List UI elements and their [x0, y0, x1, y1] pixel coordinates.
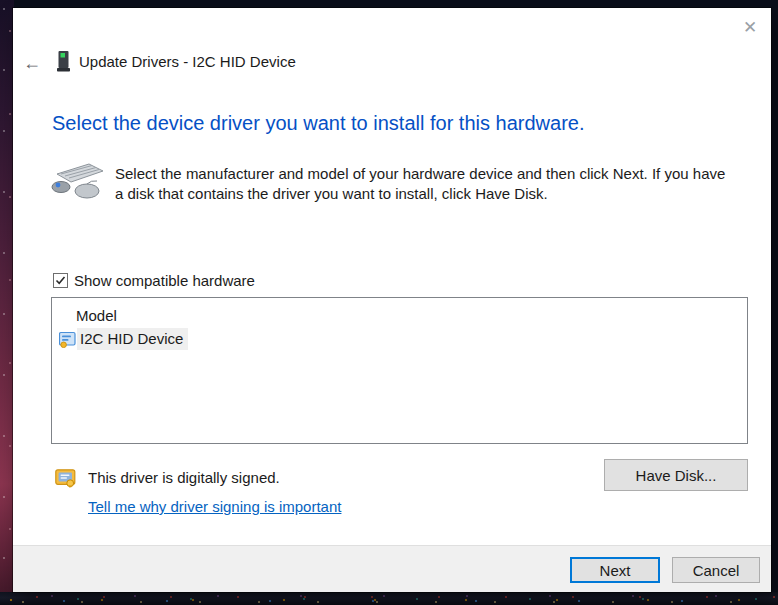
driver-file-icon: [59, 331, 76, 348]
update-drivers-dialog: ✕ ← Update Drivers - I2C HID Device Sele…: [13, 8, 771, 592]
model-list[interactable]: Model I2C HID Device: [51, 297, 748, 444]
signing-status-text: This driver is digitally signed.: [88, 469, 280, 486]
model-column-header: Model: [76, 307, 747, 324]
titlebar: Update Drivers - I2C HID Device: [56, 50, 296, 73]
next-button[interactable]: Next: [570, 557, 660, 583]
page-heading: Select the device driver you want to ins…: [52, 112, 742, 135]
digital-signature-icon: [55, 467, 76, 488]
device-tower-icon: [56, 50, 71, 73]
footer-bar: Next Cancel: [13, 545, 771, 592]
list-item-label: I2C HID Device: [77, 328, 188, 350]
desktop-wallpaper-bottom: [0, 592, 778, 605]
checkbox-label: Show compatible hardware: [74, 272, 255, 289]
checkbox-box: [53, 273, 68, 288]
back-button[interactable]: ←: [19, 50, 45, 76]
hardware-devices-icon: [47, 158, 107, 206]
back-arrow-icon: ←: [23, 53, 41, 74]
desktop: ✕ ← Update Drivers - I2C HID Device Sele…: [0, 0, 778, 605]
compatible-checkbox[interactable]: Show compatible hardware: [53, 272, 255, 289]
close-icon: ✕: [743, 17, 757, 38]
desktop-wallpaper-left: [0, 0, 14, 605]
instruction-text: Select the manufacturer and model of you…: [115, 164, 733, 204]
list-item-i2c-hid-device[interactable]: I2C HID Device: [59, 328, 188, 350]
dialog-title: Update Drivers - I2C HID Device: [79, 53, 296, 70]
have-disk-button[interactable]: Have Disk...: [604, 459, 748, 491]
checkmark-icon: [55, 275, 66, 286]
signing-info-link[interactable]: Tell me why driver signing is important: [88, 498, 341, 515]
cancel-button[interactable]: Cancel: [672, 557, 760, 583]
close-button[interactable]: ✕: [737, 14, 763, 40]
